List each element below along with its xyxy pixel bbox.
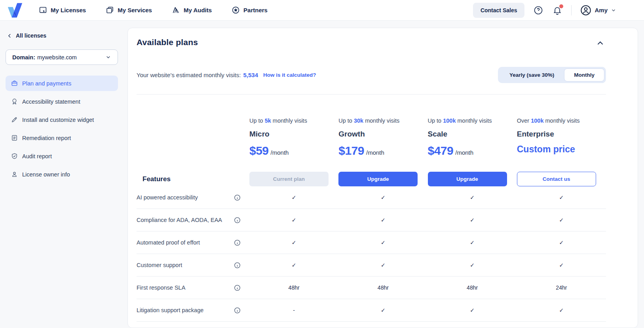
sidebar-item-remediation-report[interactable]: Remediation report — [6, 130, 118, 146]
info-icon[interactable] — [234, 194, 241, 201]
feature-value-cell: 48hr — [249, 284, 338, 291]
top-navigation: My Licenses My Services My Audits Partne… — [0, 0, 644, 21]
current-plan-button: Current plan — [249, 172, 329, 186]
sidebar-item-audit-report[interactable]: Audit report — [6, 148, 118, 164]
feature-value-cell: ✓ — [517, 239, 606, 246]
plan-price: $179 — [338, 144, 364, 157]
billing-period-toggle: Yearly (save 30%) Monthly — [498, 67, 606, 83]
feature-label: Customer support — [137, 262, 182, 268]
plan-period: /month — [366, 149, 384, 156]
nav-item-label: Partners — [243, 7, 268, 13]
feature-value-cell: ✓ — [517, 217, 606, 223]
user-menu[interactable]: Amy — [580, 5, 616, 16]
feature-value-cell: ✓ — [428, 307, 517, 313]
feature-value-cell: ✓ — [338, 239, 427, 246]
notifications-button[interactable] — [552, 5, 562, 15]
contact-sales-button[interactable]: Contact Sales — [473, 3, 525, 18]
page-title: Available plans — [137, 38, 198, 47]
nav-item-my-audits[interactable]: My Audits — [172, 6, 212, 14]
plan-price: Custom price — [517, 144, 575, 155]
feature-row-ai-powered-accessibility: AI powered accessibility ✓ ✓ ✓ ✓ — [137, 186, 606, 209]
medal-icon — [11, 98, 18, 105]
brand-logo-icon[interactable] — [7, 2, 23, 18]
plan-column-growth: Up to 30k monthly visits Growth $179 /mo… — [338, 118, 427, 157]
feature-label: Litigation support package — [137, 307, 203, 313]
info-icon[interactable] — [234, 284, 241, 291]
plan-name: Growth — [338, 130, 418, 138]
info-icon[interactable] — [234, 239, 241, 246]
plan-column-enterprise: Over 100k monthly visits Enterprise Cust… — [517, 118, 606, 157]
sidebar-menu: Plan and payments Accessibility statemen… — [6, 76, 118, 182]
plan-period: /month — [271, 149, 289, 156]
sidebar-item-label: Plan and payments — [22, 80, 71, 87]
feature-label: First response SLA — [137, 284, 185, 291]
contact-us-button[interactable]: Contact us — [517, 172, 596, 186]
feature-value-cell: 48hr — [338, 284, 427, 291]
nav-item-my-services[interactable]: My Services — [106, 6, 152, 14]
upgrade-button-growth[interactable]: Upgrade — [338, 172, 418, 186]
licenses-icon — [39, 6, 47, 14]
plan-period: /month — [455, 149, 473, 156]
info-icon[interactable] — [234, 262, 241, 269]
plan-price: $59 — [249, 144, 269, 157]
audits-icon — [172, 6, 180, 14]
nav-item-my-licenses[interactable]: My Licenses — [39, 6, 86, 14]
feature-row-first-response-sla: First response SLA 48hr 48hr 48hr 24hr — [137, 277, 606, 299]
feature-value-cell: ✓ — [517, 262, 606, 268]
user-name: Amy — [595, 7, 608, 13]
domain-label: Domain: — [12, 54, 35, 61]
feature-value-cell: - — [249, 307, 338, 313]
feature-label: AI powered accessibility — [137, 194, 198, 201]
feature-value-cell: ✓ — [338, 262, 427, 268]
section-divider — [137, 94, 606, 95]
plan-buttons-row: Features Current plan Upgrade Upgrade Co… — [137, 172, 606, 186]
toggle-option-monthly[interactable]: Monthly — [564, 68, 604, 82]
chevron-left-icon — [7, 33, 12, 38]
feature-row-customer-support: Customer support ✓ ✓ ✓ ✓ — [137, 254, 606, 277]
how-is-it-calculated-link[interactable]: How is it calculated? — [263, 72, 316, 78]
back-link-label: All licenses — [16, 32, 46, 39]
feature-row-compliance: Compliance for ADA, AODA, EAA ✓ ✓ ✓ ✓ — [137, 209, 606, 231]
primary-nav: My Licenses My Services My Audits Partne… — [39, 6, 268, 14]
feature-value-cell: ✓ — [428, 239, 517, 246]
feature-label: Compliance for ADA, AODA, EAA — [137, 217, 222, 223]
sidebar-item-label: Install and customize widget — [22, 117, 94, 123]
document-icon — [11, 135, 18, 141]
partners-icon — [232, 6, 240, 14]
help-button[interactable] — [533, 5, 543, 15]
plan-column-micro: Up to 5k monthly visits Micro $59 /month — [249, 118, 338, 157]
feature-value-cell: 48hr — [428, 284, 517, 291]
upgrade-button-scale[interactable]: Upgrade — [428, 172, 507, 186]
feature-value-cell: ✓ — [249, 194, 338, 201]
chevron-down-icon — [611, 8, 616, 13]
nav-item-label: My Licenses — [51, 7, 86, 13]
domain-select[interactable]: Domain: mywebsite.com — [6, 49, 118, 65]
feature-value-cell: ✓ — [428, 217, 517, 223]
sidebar-item-plan-and-payments[interactable]: Plan and payments — [6, 76, 118, 91]
feature-row-automated-proof-of-effort: Automated proof of effort ✓ ✓ ✓ ✓ — [137, 231, 606, 254]
feature-value-cell: ✓ — [249, 262, 338, 268]
feature-value-cell: ✓ — [338, 307, 427, 313]
nav-item-partners[interactable]: Partners — [232, 6, 268, 14]
briefcase-icon — [11, 80, 18, 87]
feature-value-cell: ✓ — [428, 262, 517, 268]
feature-value-cell: ✓ — [517, 194, 606, 201]
chevron-down-icon — [105, 54, 111, 60]
feature-value-cell: ✓ — [338, 194, 427, 201]
pencil-icon — [11, 116, 18, 123]
sidebar-item-install-customize-widget[interactable]: Install and customize widget — [6, 112, 118, 127]
back-to-all-licenses-link[interactable]: All licenses — [6, 32, 118, 39]
info-icon[interactable] — [234, 217, 241, 224]
feature-row-litigation-support-package: Litigation support package - ✓ ✓ ✓ — [137, 299, 606, 322]
feature-value-cell: ✓ — [517, 307, 606, 313]
toggle-option-yearly[interactable]: Yearly (save 30%) — [500, 68, 564, 82]
info-icon[interactable] — [234, 307, 241, 314]
chevron-up-icon — [596, 39, 604, 47]
feature-value-cell: ✓ — [249, 239, 338, 246]
collapse-section-button[interactable] — [595, 38, 606, 50]
feature-value-cell: ✓ — [338, 217, 427, 223]
sidebar-item-accessibility-statement[interactable]: Accessibility statement — [6, 94, 118, 109]
domain-value: mywebsite.com — [37, 54, 77, 61]
plan-column-scale: Up to 100k monthly visits Scale $479 /mo… — [428, 118, 517, 157]
sidebar-item-license-owner-info[interactable]: License owner info — [6, 167, 118, 182]
